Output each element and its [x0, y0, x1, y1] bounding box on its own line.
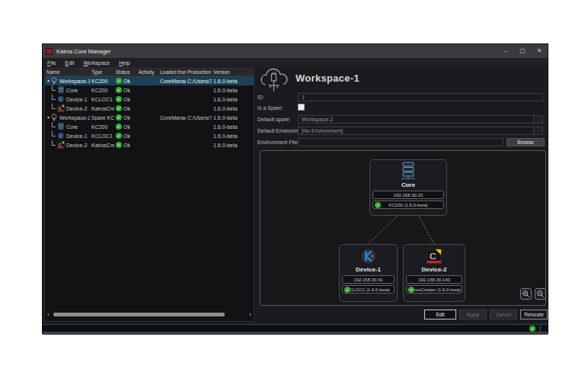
scroll-left-icon[interactable]: ‹ — [47, 311, 50, 318]
scrollbar-thumb[interactable] — [53, 313, 225, 316]
workspace-cloud-icon — [258, 68, 290, 97]
column-type[interactable]: Type — [90, 69, 114, 75]
kairos-creator-icon: C — [426, 246, 443, 266]
kairos-k-icon — [360, 246, 377, 266]
row-type: Spare KC200 — [90, 115, 114, 120]
core-server-icon — [57, 86, 65, 94]
node-status-chip: ✓KCLOC1 (1.6.0-beta) — [342, 285, 395, 294]
status-text: Ok — [123, 88, 130, 93]
table-row[interactable]: Device-1 KCLOC1 ✓Ok 1.6.0-beta — [45, 131, 254, 140]
table-row[interactable]: C Device-2 KairosCreator ✓Ok 1.6.0-beta — [45, 140, 254, 149]
node-status: KCLOC1 (1.6.0-beta) — [347, 287, 390, 292]
column-activity[interactable]: Activity — [137, 69, 158, 75]
node-ip-chip: 192.168.30.41 — [342, 275, 395, 284]
status-ok-icon: ✓ — [116, 96, 122, 102]
default-spare-label: Default spare: — [257, 117, 291, 122]
apply-button[interactable]: Apply — [459, 310, 487, 319]
environment-file-field[interactable] — [298, 138, 503, 146]
table-row[interactable]: ▼ Workspace-1 KC200 ✓Ok CoreManager C:/U… — [45, 76, 254, 85]
device-2-node[interactable]: C Device-2 192.168.30.140 ✓KairosCreator… — [403, 244, 465, 302]
chevron-down-icon[interactable] — [533, 127, 542, 134]
row-name: Workspace-1 — [59, 79, 90, 84]
core-node[interactable]: Core 192.168.30.23 ✓KC200 (1.6.0-beta) — [369, 159, 447, 216]
default-spare-select[interactable]: Workspace-2 — [298, 115, 543, 124]
core-server-icon — [57, 123, 65, 130]
node-ip: 192.168.30.140 — [418, 278, 450, 282]
maximize-button[interactable]: ▢ — [514, 44, 531, 58]
tree-branch-line — [52, 140, 56, 146]
titlebar: Kairos Core Manager – ▢ ✕ — [43, 44, 548, 58]
row-name: Device-2 — [66, 143, 88, 148]
relocate-button[interactable]: Relocate — [520, 310, 548, 319]
row-type: KairosCreator — [90, 106, 114, 111]
status-ok-icon: ✓ — [116, 78, 122, 84]
tree-branch-line — [52, 95, 56, 100]
column-name[interactable]: Name — [45, 69, 90, 75]
row-type: KCLOC1 — [90, 133, 114, 139]
node-title: Device-1 — [356, 266, 381, 274]
table-row[interactable]: ▼ Workspace-2 Spare KC200 ✓Ok CoreManage… — [45, 113, 254, 122]
svg-text:C: C — [59, 106, 62, 111]
zoom-in-button[interactable] — [520, 288, 532, 300]
status-text: Ok — [123, 133, 130, 139]
window-title: Kairos Core Manager — [56, 48, 110, 55]
column-status[interactable]: Status — [114, 69, 137, 75]
is-a-spare-checkbox[interactable] — [298, 104, 305, 111]
tree-header: Name Type Status Activity Loaded from Pr… — [45, 69, 254, 76]
row-version: 1.6.0-beta — [212, 88, 250, 93]
device-1-node[interactable]: Device-1 192.168.30.41 ✓KCLOC1 (1.6.0-be… — [339, 244, 398, 302]
menubar: File Edit Workspace Help — [43, 58, 548, 68]
minimize-button[interactable]: – — [497, 44, 514, 58]
table-row[interactable]: Core KC200 ✓Ok 1.6.0-beta — [45, 122, 254, 131]
menu-help[interactable]: Help — [114, 60, 134, 66]
status-ok-icon: ✓ — [116, 124, 122, 130]
menu-workspace[interactable]: Workspace — [78, 60, 114, 66]
cancel-button[interactable]: Cancel — [490, 310, 517, 319]
node-ip-chip: 192.168.30.23 — [372, 191, 444, 199]
column-loaded-from[interactable]: Loaded from — [158, 69, 186, 75]
workspace-icon — [50, 114, 58, 121]
scroll-right-icon[interactable]: › — [249, 311, 251, 318]
row-version: 1.6.0-beta — [212, 106, 250, 111]
row-name: Core — [66, 124, 78, 130]
row-version: 1.6.0-beta — [212, 124, 250, 130]
menu-file[interactable]: File — [43, 60, 60, 66]
status-text: Ok — [123, 143, 130, 148]
row-type: KC200 — [90, 88, 114, 93]
zoom-in-icon — [522, 290, 530, 298]
row-version: 1.6.0-beta — [212, 97, 250, 102]
id-field[interactable]: 1 — [298, 93, 543, 101]
menu-edit[interactable]: Edit — [60, 60, 78, 66]
node-ip: 192.168.30.41 — [353, 278, 382, 282]
default-environment-select[interactable]: [No Environment] — [298, 127, 543, 135]
close-button[interactable]: ✕ — [531, 44, 548, 58]
table-row[interactable]: Device-1 KCLOC1 ✓Ok 1.6.0-beta — [45, 95, 254, 104]
table-row[interactable]: Core KC200 ✓Ok 1.6.0-beta — [45, 85, 254, 95]
node-ip: 192.168.30.23 — [394, 193, 423, 197]
status-divider — [540, 326, 541, 332]
kairos-k-icon — [57, 95, 65, 103]
column-version[interactable]: Version — [212, 69, 250, 75]
device-tree-panel: Name Type Status Activity Loaded from Pr… — [44, 68, 254, 322]
node-status: KC200 (1.6.0-beta) — [388, 203, 427, 207]
status-text: Ok — [123, 106, 130, 111]
zoom-out-button[interactable] — [535, 288, 546, 300]
row-production: C:/Users/7... — [186, 115, 212, 120]
row-type: KC200 — [90, 124, 114, 130]
browse-button[interactable]: Browse — [507, 138, 545, 146]
environment-file-label: Environment File: — [257, 140, 299, 145]
is-a-spare-label: Is a Spare: — [257, 105, 283, 111]
table-row[interactable]: C Device-2 KairosCreator ✓Ok 1.6.0-beta — [45, 104, 254, 113]
row-name: Core — [66, 88, 78, 93]
zoom-out-icon — [536, 290, 545, 298]
tree-branch-line — [52, 131, 56, 136]
connection-ok-icon: ✓ — [529, 326, 535, 332]
edit-button[interactable]: Edit — [424, 310, 456, 319]
node-status: KairosCreator (1.6.0-beta) — [407, 287, 461, 292]
column-production[interactable]: Production — [186, 69, 212, 75]
default-environment-value: [No Environment] — [302, 128, 343, 133]
status-ok-icon: ✓ — [116, 87, 122, 93]
horizontal-scrollbar[interactable]: ‹ › — [47, 311, 251, 318]
topology-diagram: Core 192.168.30.23 ✓KC200 (1.6.0-beta) D… — [260, 150, 546, 306]
chevron-down-icon[interactable] — [533, 116, 542, 123]
